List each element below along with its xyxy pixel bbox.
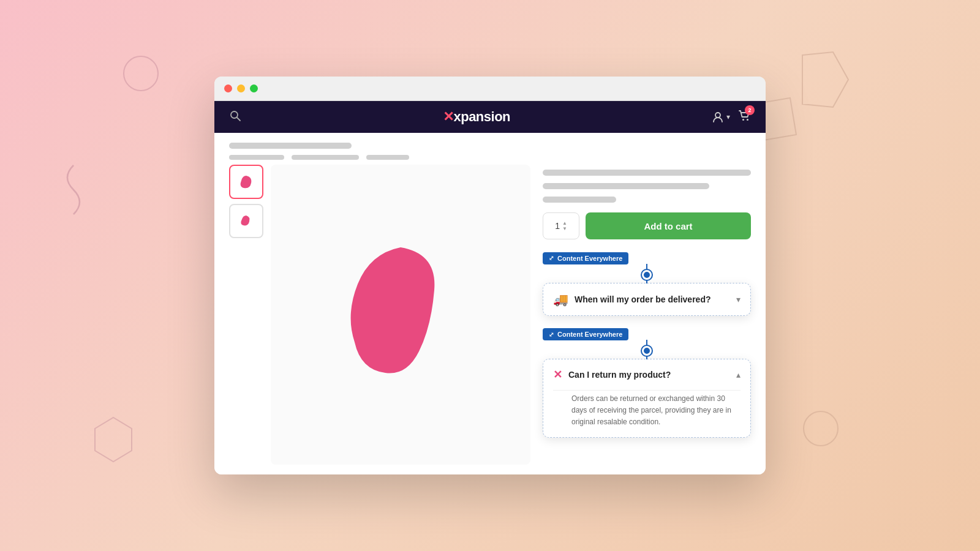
svg-point-8 <box>747 119 748 121</box>
return-icon: ✕ <box>553 368 562 381</box>
faq-item-1[interactable]: 🚚 When will my order be delivered? ▾ <box>543 283 750 315</box>
product-right-section: 1 ▲ ▼ Add to cart ⤢ Content Everywhere <box>543 165 751 465</box>
faq-item-2-title: Can I return my product? <box>568 370 671 380</box>
navbar: ✕xpansion ▾ 2 <box>214 101 766 133</box>
navbar-icons: ▾ 2 <box>712 109 751 125</box>
faq-card-1: 🚚 When will my order be delivered? ▾ <box>543 283 751 316</box>
search-icon[interactable] <box>229 110 241 125</box>
product-price-placeholder <box>543 197 616 203</box>
faq-item-1-title: When will my order be delivered? <box>575 294 711 304</box>
delivery-icon: 🚚 <box>553 292 568 307</box>
content-everywhere-tag-1: ⤢ Content Everywhere <box>543 252 628 264</box>
svg-marker-2 <box>802 52 848 107</box>
resize-icon-2: ⤢ <box>549 331 554 338</box>
svg-line-5 <box>237 118 240 121</box>
thumbnail-2[interactable] <box>229 204 263 238</box>
product-title-placeholder <box>543 170 751 176</box>
quantity-arrows: ▲ ▼ <box>562 221 567 231</box>
breadcrumb-area <box>214 133 766 165</box>
logo-x: ✕ <box>443 109 454 124</box>
faq-item-2-left: ✕ Can I return my product? <box>553 368 671 381</box>
faq-item-2-chevron[interactable]: ▴ <box>736 370 741 380</box>
traffic-light-yellow[interactable] <box>237 84 245 92</box>
svg-point-7 <box>742 119 744 121</box>
user-button[interactable]: ▾ <box>712 111 730 123</box>
product-thumbnails <box>229 165 263 465</box>
thumbnail-1[interactable] <box>229 165 263 199</box>
breadcrumb-tabs <box>229 155 751 160</box>
qty-up[interactable]: ▲ <box>562 221 567 226</box>
content-everywhere-label-2: Content Everywhere <box>557 331 622 338</box>
faq-block-2: ⤢ Content Everywhere ✕ Can I return my p… <box>543 328 751 438</box>
product-main-image <box>271 165 530 465</box>
breadcrumb-line <box>229 143 352 149</box>
cart-button[interactable]: 2 <box>737 109 751 125</box>
main-content: 1 ▲ ▼ Add to cart ⤢ Content Everywhere <box>214 133 766 474</box>
svg-point-4 <box>231 111 238 118</box>
tab-pill-2[interactable] <box>292 155 359 160</box>
product-area: 1 ▲ ▼ Add to cart ⤢ Content Everywhere <box>214 165 766 474</box>
faq-card-2: ✕ Can I return my product? ▴ Orders can … <box>543 359 751 438</box>
faq-item-2[interactable]: ✕ Can I return my product? ▴ <box>543 359 750 390</box>
traffic-light-green[interactable] <box>250 84 258 92</box>
product-left-section <box>229 165 530 465</box>
tab-pill-1[interactable] <box>229 155 284 160</box>
add-to-cart-button[interactable]: Add to cart <box>586 212 751 239</box>
browser-window: ✕xpansion ▾ 2 <box>214 77 766 474</box>
faq-item-1-chevron[interactable]: ▾ <box>736 294 741 304</box>
faq-block-1: ⤢ Content Everywhere 🚚 When will my orde… <box>543 252 751 316</box>
content-everywhere-label-1: Content Everywhere <box>557 255 622 262</box>
resize-icon: ⤢ <box>549 255 554 261</box>
product-subtitle-placeholder <box>543 183 709 189</box>
navbar-logo: ✕xpansion <box>443 109 510 125</box>
faq-item-2-body: Orders can be returned or exchanged with… <box>543 391 750 437</box>
svg-point-0 <box>124 56 158 91</box>
tab-pill-3[interactable] <box>366 155 409 160</box>
faq-item-1-left: 🚚 When will my order be delivered? <box>553 292 711 307</box>
title-bar <box>214 77 766 101</box>
quantity-value: 1 <box>555 221 560 231</box>
add-to-cart-row: 1 ▲ ▼ Add to cart <box>543 212 751 239</box>
svg-marker-1 <box>95 418 132 462</box>
quantity-input[interactable]: 1 ▲ ▼ <box>543 212 579 239</box>
content-everywhere-tag-2: ⤢ Content Everywhere <box>543 328 628 340</box>
svg-point-3 <box>804 411 838 446</box>
traffic-light-red[interactable] <box>224 84 232 92</box>
qty-down[interactable]: ▼ <box>562 227 567 231</box>
svg-point-6 <box>715 113 720 118</box>
faq-item-2-text: Orders can be returned or exchanged with… <box>571 393 741 429</box>
cart-badge: 2 <box>745 105 755 115</box>
logo-text: xpansion <box>453 109 510 124</box>
